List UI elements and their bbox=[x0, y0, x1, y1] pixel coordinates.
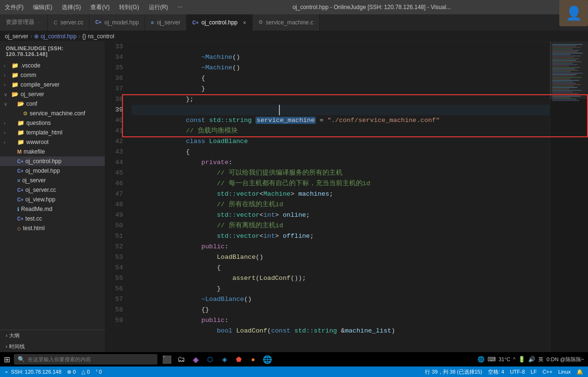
taskbar-icon-vscode[interactable]: ⬡ bbox=[204, 354, 216, 365]
tab-close-button[interactable]: ✕ bbox=[243, 20, 246, 25]
folder-label: comm bbox=[21, 72, 36, 78]
taskbar-right: 🌐 ⌨ 31°C ^ 🔋 🔊 英 0:DN @陈陈陈~ bbox=[477, 356, 584, 363]
file-label: oj_control.hpp bbox=[25, 158, 61, 165]
title-bar: 文件(F) 编辑(E) 选择(S) 查看(V) 转到(G) 运行(R) ··· … bbox=[0, 0, 588, 14]
code-line-49: // 所有离线的主机id bbox=[132, 210, 588, 221]
tab-oj-server[interactable]: ≡ oj_server bbox=[145, 14, 187, 31]
code-line-46: std::vector<Machine> machines; bbox=[132, 178, 588, 189]
code-line-43: private: bbox=[132, 147, 588, 157]
sidebar-item-conf[interactable]: ∨ 📂 conf bbox=[0, 99, 105, 109]
tab-resources[interactable]: 资源管理器 ··· bbox=[0, 14, 48, 31]
sidebar-title: ONLINEJUDGE [SSH: 120.78.126.148] bbox=[0, 42, 105, 61]
warning-count[interactable]: △ 0 bbox=[81, 369, 89, 375]
sidebar-item-oj-model-hpp[interactable]: C+ oj_model.hpp bbox=[0, 166, 105, 176]
code-line-48: std::vector<int> online; bbox=[132, 200, 588, 210]
breadcrumb-part-3[interactable]: {} ns_control bbox=[82, 33, 114, 40]
code-lines[interactable]: ~Machine() ~Machine() { } bbox=[127, 42, 588, 326]
folder-icon: 📂 bbox=[17, 100, 24, 107]
cursor bbox=[279, 105, 280, 115]
code-line-34: ~Machine() bbox=[132, 52, 588, 63]
sidebar-item-compile-server[interactable]: › 📁 compile_server bbox=[0, 80, 105, 89]
code-editor[interactable]: 33 34 35 36 37 38 39 40 41 42 43 44 45 4… bbox=[105, 42, 588, 352]
sidebar-item-oj-server-cc[interactable]: C+ oj_server.cc bbox=[0, 185, 105, 195]
makefile-icon: M bbox=[17, 149, 22, 155]
taskbar-search-box[interactable]: 🔍 在这里输入你要搜索的内容 bbox=[14, 354, 157, 365]
ssh-status[interactable]: ⌁ SSH: 120.78.126.148 bbox=[5, 369, 61, 375]
menu-view[interactable]: 查看(V) bbox=[90, 3, 110, 11]
folder-label: oj_server bbox=[21, 91, 44, 98]
taskbar-icon-folder[interactable]: 🗂 bbox=[176, 354, 187, 365]
html-icon: ◇ bbox=[17, 226, 21, 231]
file-label: test.cc bbox=[25, 215, 42, 222]
breadcrumb-part-1[interactable]: oj_server bbox=[5, 33, 28, 40]
tab-label: oj_model.hpp bbox=[104, 19, 139, 26]
taskbar-icon-red[interactable]: ⬟ bbox=[233, 354, 244, 365]
sidebar-item-oj-server-file[interactable]: ≡ oj_server bbox=[0, 176, 105, 185]
tab-bar: 资源管理器 ··· C server.cc C+ oj_model.hpp ≡ … bbox=[0, 14, 588, 31]
menu-goto[interactable]: 转到(G) bbox=[119, 3, 139, 11]
tab-oj-model[interactable]: C+ oj_model.hpp bbox=[89, 14, 145, 31]
encoding[interactable]: UTF-8 bbox=[510, 369, 525, 375]
outline-item[interactable]: › 大纲 bbox=[0, 330, 105, 341]
lang-indicator: 英 bbox=[538, 356, 544, 363]
sidebar-item-oj-control-hpp[interactable]: C+ oj_control.hpp bbox=[0, 156, 105, 166]
timeline-item[interactable]: › 时间线 bbox=[0, 341, 105, 352]
sidebar-item-makefile[interactable]: M makefile bbox=[0, 147, 105, 156]
indentation[interactable]: 空格: 4 bbox=[488, 368, 504, 376]
taskbar-icon-chrome[interactable]: 🌐 bbox=[262, 354, 273, 365]
taskbar-icon-diamond[interactable]: ◆ bbox=[190, 354, 201, 365]
sidebar-bottom: › 大纲 › 时间线 bbox=[0, 330, 105, 352]
code-line-59: bool LoadConf(const std::string &machine… bbox=[132, 315, 588, 326]
folder-icon: 📁 bbox=[11, 81, 19, 88]
sidebar-item-readme[interactable]: ℹ ReadMe.md bbox=[0, 204, 105, 214]
error-count[interactable]: ⊗ 0 bbox=[67, 369, 76, 375]
status-bar: ⌁ SSH: 120.78.126.148 ⊗ 0 △ 0 ꜛ 0 行 39，列… bbox=[0, 366, 588, 377]
sidebar-item-service-machine-conf[interactable]: ⚙ service_machine.conf bbox=[0, 109, 105, 118]
info-count[interactable]: ꜛ 0 bbox=[96, 369, 102, 375]
language-mode[interactable]: C++ bbox=[543, 369, 553, 375]
sidebar-item-oj-server[interactable]: ∨ 📂 oj_server bbox=[0, 89, 105, 99]
menu-bar[interactable]: 文件(F) 编辑(E) 选择(S) 查看(V) 转到(G) 运行(R) ··· bbox=[5, 3, 182, 11]
windows-logo[interactable]: ⊞ bbox=[4, 355, 10, 364]
platform: Linux bbox=[558, 369, 571, 375]
menu-select[interactable]: 选择(S) bbox=[62, 3, 81, 11]
tab-service-machine[interactable]: ⚙ service_machine.c bbox=[253, 14, 320, 31]
taskbar-icon-1[interactable]: ⬛ bbox=[161, 354, 173, 365]
weather: 31°C bbox=[499, 356, 510, 362]
chevron-up-icon[interactable]: ^ bbox=[513, 357, 516, 362]
cursor-position[interactable]: 行 39，列 38 (已选择15) bbox=[425, 368, 482, 376]
taskbar-icon-orange[interactable]: ● bbox=[247, 354, 259, 365]
info-icon: ℹ bbox=[17, 206, 19, 212]
window-title: oj_control.hpp - OnlineJudge [SSH: 120.7… bbox=[182, 4, 561, 11]
code-line-55: } bbox=[132, 273, 588, 284]
code-line-52: LoadBlance() bbox=[132, 242, 588, 252]
code-line-53: { bbox=[132, 252, 588, 263]
file-label: oj_server bbox=[22, 177, 45, 184]
sidebar-item-comm[interactable]: › 📁 comm bbox=[0, 70, 105, 80]
code-line-44: // 可以给我们提供编译服务的所有的主机 bbox=[132, 157, 588, 168]
sidebar-item-test-html[interactable]: ◇ test.html bbox=[0, 223, 105, 233]
sidebar-item-template-html[interactable]: › 📁 template_html bbox=[0, 128, 105, 137]
sidebar-item-vscode[interactable]: › 📁 .vscode bbox=[0, 61, 105, 70]
user-label: 0:DN @陈陈陈~ bbox=[546, 356, 584, 363]
tab-oj-control[interactable]: C+ oj_control.hpp ✕ bbox=[187, 14, 252, 31]
sidebar-item-questions[interactable]: › 📁 questions bbox=[0, 118, 105, 128]
menu-more[interactable]: ··· bbox=[178, 3, 182, 11]
sidebar-item-test-cc[interactable]: C+ test.cc bbox=[0, 214, 105, 223]
search-icon: 🔍 bbox=[18, 356, 25, 363]
menu-edit[interactable]: 编辑(E) bbox=[33, 3, 52, 11]
sidebar-item-wwwroot[interactable]: › 📁 wwwroot bbox=[0, 137, 105, 147]
taskbar-icon-blue[interactable]: ◈ bbox=[219, 354, 230, 365]
line-ending[interactable]: LF bbox=[531, 369, 537, 375]
menu-run[interactable]: 运行(R) bbox=[149, 3, 168, 11]
code-container: 33 34 35 36 37 38 39 40 41 42 43 44 45 4… bbox=[105, 42, 588, 326]
status-right: 行 39，列 38 (已选择15) 空格: 4 UTF-8 LF C++ Lin… bbox=[425, 368, 583, 376]
sidebar-item-oj-view-hpp[interactable]: C+ oj_view.hpp bbox=[0, 195, 105, 204]
timeline-label: 时间线 bbox=[9, 343, 25, 350]
code-line-54: assert(LoadConf()); bbox=[132, 263, 588, 273]
menu-file[interactable]: 文件(F) bbox=[5, 3, 23, 11]
tab-server-cc[interactable]: C server.cc bbox=[48, 14, 89, 31]
notification-icon[interactable]: 🔔 bbox=[577, 369, 583, 375]
folder-icon: 📁 bbox=[17, 129, 24, 136]
breadcrumb-part-2[interactable]: ⊕ oj_control.hpp bbox=[34, 33, 77, 40]
